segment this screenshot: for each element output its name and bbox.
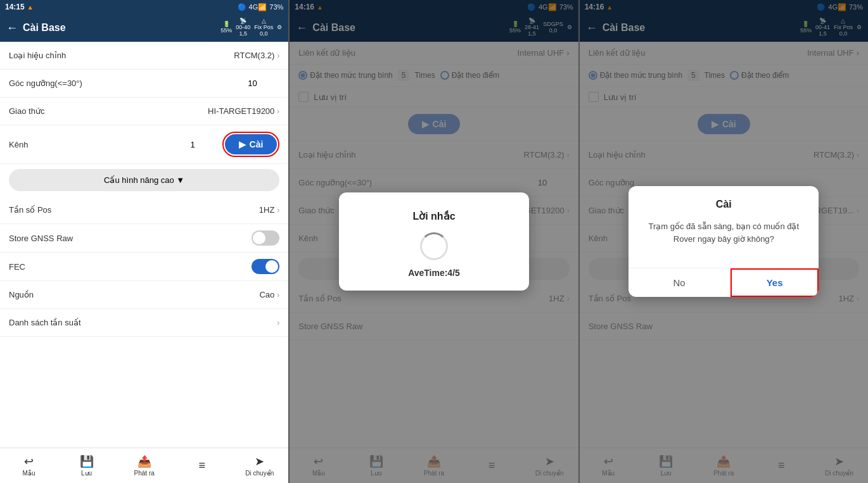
fix-nav-1: △ Fix Pos 0,0: [254, 18, 273, 37]
yes-wrapper-3: Yes: [731, 268, 819, 297]
menu-icon-1: ≡: [198, 459, 205, 472]
confirm-modal-inner: Cài Trạm gốc đã sẵn sàng, bạn có muốn đặ…: [629, 186, 819, 261]
confirm-actions-3: No Yes: [629, 268, 819, 297]
row-store-gnss-1: Store GNSS Raw: [0, 224, 288, 253]
row-kenh-1: Kênh ▶ Cài: [0, 125, 288, 164]
bottom-di-chuyen-1[interactable]: ➤ Di chuyển: [231, 448, 288, 483]
loi-nhac-overlay: Lời nhắc AveTime:4/5: [290, 0, 578, 483]
kenh-input-1[interactable]: [191, 140, 216, 149]
loi-nhac-modal: Lời nhắc AveTime:4/5: [339, 192, 529, 291]
confirm-yes-btn-3[interactable]: Yes: [732, 270, 818, 296]
battery-nav-1: 🔋55%: [220, 22, 232, 34]
confirm-no-btn-3[interactable]: No: [629, 268, 730, 297]
row-loai-hieu-chinh-1: Loại hiệu chỉnh RTCM(3.2) ›: [0, 42, 288, 70]
ave-time-text: AveTime:4/5: [354, 268, 514, 278]
row-fec-1: FEC: [0, 253, 288, 281]
toggle-store-gnss-1[interactable]: [252, 230, 279, 246]
row-tan-so-1: Tần số Pos 1HZ ›: [0, 196, 288, 224]
row-goc-nguong-1: Góc ngưỡng(<=30°): [0, 70, 288, 97]
signal-1: 4G📶: [249, 3, 267, 11]
time-1: 14:15: [5, 3, 25, 11]
play-icon-1: ▶: [239, 139, 246, 149]
phat-ra-icon-1: 📤: [137, 455, 151, 468]
panel-3: 14:16 ▲ 🔵 4G📶 73% ← Cài Base 🔋55% 📡 00-4…: [580, 0, 868, 483]
nav-title-1: Cài Base: [23, 22, 215, 34]
toggle-fec-1[interactable]: [252, 259, 279, 274]
bt-icon-1: 🔵: [238, 3, 246, 11]
goc-input-1[interactable]: [248, 78, 279, 88]
bottom-bar-1: ↩ Mẫu 💾 Lưu 📤 Phát ra ≡ ➤ Di chuyển: [0, 448, 288, 483]
bottom-mau-1[interactable]: ↩ Mẫu: [0, 448, 58, 483]
row-nguon-1: Nguồn Cao ›: [0, 281, 288, 309]
battery-1: 73%: [269, 3, 283, 11]
confirm-overlay-3: Cài Trạm gốc đã sẵn sàng, bạn có muốn đặ…: [580, 0, 868, 483]
panel-2: 14:16 ▲ 🔵 4G📶 73% ← Cài Base 🔋55% 📡 28-4…: [290, 0, 578, 483]
mau-icon-1: ↩: [24, 455, 34, 468]
confirm-modal-3: Cài Trạm gốc đã sẵn sàng, bạn có muốn đặ…: [629, 186, 819, 297]
gps-nav-1: 📡 00-40 1,5: [236, 18, 250, 37]
warn-icon-1: ▲: [27, 4, 34, 11]
bottom-luu-1[interactable]: 💾 Lưu: [58, 448, 115, 483]
loi-nhac-title: Lời nhắc: [354, 210, 514, 222]
confirm-title-3: Cài: [641, 199, 806, 210]
status-bar-1: 14:15 ▲ 🔵 4G📶 73%: [0, 0, 288, 14]
bottom-menu-1[interactable]: ≡: [173, 448, 231, 483]
row-giao-thuc-1: Giao thức HI-TARGET19200 ›: [0, 97, 288, 125]
config-advanced-1[interactable]: Cấu hình nâng cao ▼: [9, 169, 279, 191]
settings-nav-1[interactable]: ⚙: [277, 25, 282, 31]
play-btn-wrapper-1: ▶ Cài: [222, 132, 280, 157]
cai-play-btn-1[interactable]: ▶ Cài: [225, 134, 278, 154]
luu-icon-1: 💾: [80, 455, 94, 468]
content-1: Loại hiệu chỉnh RTCM(3.2) › Góc ngưỡng(<…: [0, 42, 288, 448]
row-danh-sach-1: Danh sách tần suất ›: [0, 309, 288, 337]
bottom-phat-ra-1[interactable]: 📤 Phát ra: [115, 448, 173, 483]
top-nav-1: ← Cài Base 🔋55% 📡 00-40 1,5 △ Fix Pos 0,…: [0, 14, 288, 42]
loading-spinner: [420, 232, 448, 260]
confirm-body-3: Trạm gốc đã sẵn sàng, bạn có muốn đặt Ro…: [641, 220, 806, 245]
back-arrow-1[interactable]: ←: [6, 22, 18, 35]
di-chuyen-icon-1: ➤: [255, 455, 264, 468]
panel-1: 14:15 ▲ 🔵 4G📶 73% ← Cài Base 🔋55% 📡 00-4…: [0, 0, 288, 483]
